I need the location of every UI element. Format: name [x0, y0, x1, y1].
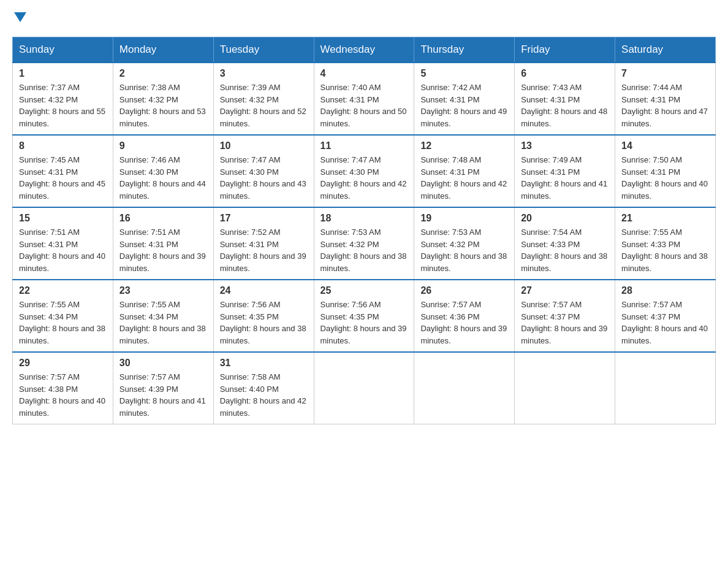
day-info: Sunrise: 7:51 AMSunset: 4:31 PMDaylight:… — [119, 226, 207, 274]
calendar-cell: 4 Sunrise: 7:40 AMSunset: 4:31 PMDayligh… — [314, 63, 414, 135]
day-number: 13 — [521, 140, 609, 151]
day-number: 31 — [220, 358, 308, 369]
calendar-cell: 22 Sunrise: 7:55 AMSunset: 4:34 PMDaylig… — [13, 280, 113, 352]
week-row-1: 1 Sunrise: 7:37 AMSunset: 4:32 PMDayligh… — [13, 63, 716, 135]
day-number: 22 — [19, 285, 107, 296]
weekday-header-wednesday: Wednesday — [314, 37, 414, 63]
day-number: 17 — [220, 213, 308, 224]
page-header — [12, 12, 716, 25]
calendar-cell: 15 Sunrise: 7:51 AMSunset: 4:31 PMDaylig… — [13, 207, 113, 280]
weekday-header-sunday: Sunday — [13, 37, 113, 63]
day-info: Sunrise: 7:40 AMSunset: 4:31 PMDaylight:… — [320, 82, 408, 129]
day-info: Sunrise: 7:57 AMSunset: 4:37 PMDaylight:… — [521, 299, 609, 347]
day-info: Sunrise: 7:47 AMSunset: 4:30 PMDaylight:… — [220, 154, 308, 202]
day-number: 14 — [621, 140, 709, 151]
calendar-cell: 18 Sunrise: 7:53 AMSunset: 4:32 PMDaylig… — [314, 207, 414, 280]
day-number: 2 — [119, 68, 207, 79]
calendar-cell: 25 Sunrise: 7:56 AMSunset: 4:35 PMDaylig… — [314, 280, 414, 352]
calendar-cell: 29 Sunrise: 7:57 AMSunset: 4:38 PMDaylig… — [13, 352, 113, 424]
day-info: Sunrise: 7:54 AMSunset: 4:33 PMDaylight:… — [521, 226, 609, 274]
calendar-cell: 28 Sunrise: 7:57 AMSunset: 4:37 PMDaylig… — [615, 280, 716, 352]
day-info: Sunrise: 7:39 AMSunset: 4:32 PMDaylight:… — [220, 82, 308, 129]
day-number: 23 — [119, 285, 207, 296]
day-number: 6 — [521, 68, 609, 79]
calendar-cell: 20 Sunrise: 7:54 AMSunset: 4:33 PMDaylig… — [515, 207, 615, 280]
week-row-2: 8 Sunrise: 7:45 AMSunset: 4:31 PMDayligh… — [13, 135, 716, 207]
calendar-cell: 17 Sunrise: 7:52 AMSunset: 4:31 PMDaylig… — [213, 207, 314, 280]
calendar-cell: 24 Sunrise: 7:56 AMSunset: 4:35 PMDaylig… — [213, 280, 314, 352]
calendar-cell: 3 Sunrise: 7:39 AMSunset: 4:32 PMDayligh… — [213, 63, 314, 135]
calendar-cell: 23 Sunrise: 7:55 AMSunset: 4:34 PMDaylig… — [113, 280, 213, 352]
day-info: Sunrise: 7:45 AMSunset: 4:31 PMDaylight:… — [19, 154, 107, 202]
logo-triangle-icon — [14, 12, 26, 22]
day-info: Sunrise: 7:56 AMSunset: 4:35 PMDaylight:… — [320, 299, 408, 347]
day-info: Sunrise: 7:57 AMSunset: 4:36 PMDaylight:… — [420, 299, 508, 347]
day-info: Sunrise: 7:43 AMSunset: 4:31 PMDaylight:… — [521, 82, 609, 129]
logo — [12, 12, 26, 25]
day-info: Sunrise: 7:57 AMSunset: 4:39 PMDaylight:… — [119, 371, 207, 419]
weekday-header-row: SundayMondayTuesdayWednesdayThursdayFrid… — [13, 37, 716, 63]
calendar-cell: 21 Sunrise: 7:55 AMSunset: 4:33 PMDaylig… — [615, 207, 716, 280]
week-row-4: 22 Sunrise: 7:55 AMSunset: 4:34 PMDaylig… — [13, 280, 716, 352]
calendar-cell: 26 Sunrise: 7:57 AMSunset: 4:36 PMDaylig… — [414, 280, 515, 352]
day-number: 28 — [621, 285, 709, 296]
day-number: 11 — [320, 140, 408, 151]
day-number: 9 — [119, 140, 207, 151]
calendar-cell: 12 Sunrise: 7:48 AMSunset: 4:31 PMDaylig… — [414, 135, 515, 207]
week-row-3: 15 Sunrise: 7:51 AMSunset: 4:31 PMDaylig… — [13, 207, 716, 280]
day-number: 7 — [621, 68, 709, 79]
calendar-cell — [615, 352, 716, 424]
calendar-cell: 7 Sunrise: 7:44 AMSunset: 4:31 PMDayligh… — [615, 63, 716, 135]
calendar-cell: 27 Sunrise: 7:57 AMSunset: 4:37 PMDaylig… — [515, 280, 615, 352]
day-number: 24 — [220, 285, 308, 296]
calendar-cell: 31 Sunrise: 7:58 AMSunset: 4:40 PMDaylig… — [213, 352, 314, 424]
day-number: 12 — [420, 140, 508, 151]
calendar-cell: 10 Sunrise: 7:47 AMSunset: 4:30 PMDaylig… — [213, 135, 314, 207]
day-info: Sunrise: 7:55 AMSunset: 4:34 PMDaylight:… — [119, 299, 207, 347]
day-number: 8 — [19, 140, 107, 151]
day-number: 29 — [19, 358, 107, 369]
day-info: Sunrise: 7:53 AMSunset: 4:32 PMDaylight:… — [320, 226, 408, 274]
calendar-cell: 16 Sunrise: 7:51 AMSunset: 4:31 PMDaylig… — [113, 207, 213, 280]
day-info: Sunrise: 7:57 AMSunset: 4:37 PMDaylight:… — [621, 299, 709, 347]
day-number: 21 — [621, 213, 709, 224]
calendar-cell — [414, 352, 515, 424]
calendar-cell: 14 Sunrise: 7:50 AMSunset: 4:31 PMDaylig… — [615, 135, 716, 207]
day-info: Sunrise: 7:51 AMSunset: 4:31 PMDaylight:… — [19, 226, 107, 274]
day-number: 1 — [19, 68, 107, 79]
weekday-header-friday: Friday — [515, 37, 615, 63]
day-number: 19 — [420, 213, 508, 224]
day-number: 30 — [119, 358, 207, 369]
calendar-cell: 2 Sunrise: 7:38 AMSunset: 4:32 PMDayligh… — [113, 63, 213, 135]
calendar-cell: 13 Sunrise: 7:49 AMSunset: 4:31 PMDaylig… — [515, 135, 615, 207]
day-number: 27 — [521, 285, 609, 296]
calendar-cell: 30 Sunrise: 7:57 AMSunset: 4:39 PMDaylig… — [113, 352, 213, 424]
calendar-cell — [314, 352, 414, 424]
day-info: Sunrise: 7:50 AMSunset: 4:31 PMDaylight:… — [621, 154, 709, 202]
weekday-header-monday: Monday — [113, 37, 213, 63]
day-info: Sunrise: 7:53 AMSunset: 4:32 PMDaylight:… — [420, 226, 508, 274]
calendar-cell: 8 Sunrise: 7:45 AMSunset: 4:31 PMDayligh… — [13, 135, 113, 207]
day-number: 16 — [119, 213, 207, 224]
day-number: 25 — [320, 285, 408, 296]
day-number: 20 — [521, 213, 609, 224]
day-info: Sunrise: 7:47 AMSunset: 4:30 PMDaylight:… — [320, 154, 408, 202]
calendar-cell: 6 Sunrise: 7:43 AMSunset: 4:31 PMDayligh… — [515, 63, 615, 135]
weekday-header-saturday: Saturday — [615, 37, 716, 63]
day-number: 26 — [420, 285, 508, 296]
day-info: Sunrise: 7:48 AMSunset: 4:31 PMDaylight:… — [420, 154, 508, 202]
day-number: 3 — [220, 68, 308, 79]
day-info: Sunrise: 7:55 AMSunset: 4:34 PMDaylight:… — [19, 299, 107, 347]
day-info: Sunrise: 7:52 AMSunset: 4:31 PMDaylight:… — [220, 226, 308, 274]
calendar-cell: 11 Sunrise: 7:47 AMSunset: 4:30 PMDaylig… — [314, 135, 414, 207]
day-number: 4 — [320, 68, 408, 79]
calendar-cell: 9 Sunrise: 7:46 AMSunset: 4:30 PMDayligh… — [113, 135, 213, 207]
day-number: 10 — [220, 140, 308, 151]
day-info: Sunrise: 7:44 AMSunset: 4:31 PMDaylight:… — [621, 82, 709, 129]
day-info: Sunrise: 7:57 AMSunset: 4:38 PMDaylight:… — [19, 371, 107, 419]
day-info: Sunrise: 7:37 AMSunset: 4:32 PMDaylight:… — [19, 82, 107, 129]
calendar-table: SundayMondayTuesdayWednesdayThursdayFrid… — [12, 37, 716, 424]
day-info: Sunrise: 7:49 AMSunset: 4:31 PMDaylight:… — [521, 154, 609, 202]
day-info: Sunrise: 7:38 AMSunset: 4:32 PMDaylight:… — [119, 82, 207, 129]
weekday-header-tuesday: Tuesday — [213, 37, 314, 63]
